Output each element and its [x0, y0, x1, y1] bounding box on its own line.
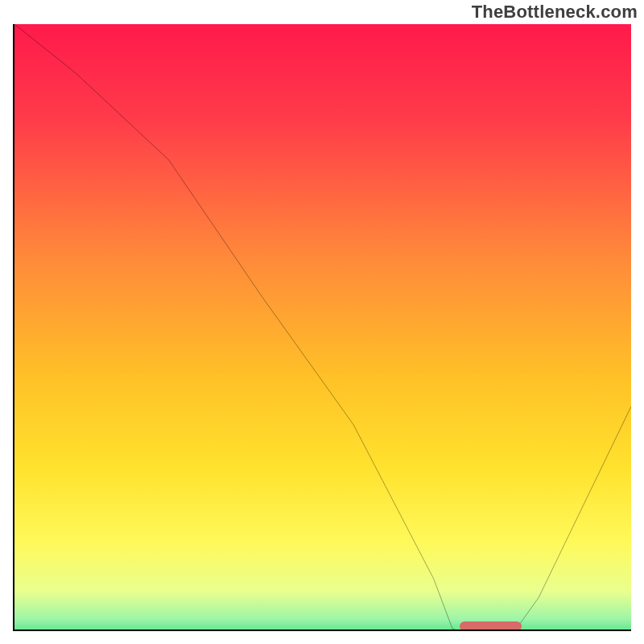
chart-container: TheBottleneck.com: [0, 0, 644, 644]
plot-area: [13, 24, 631, 631]
svg-rect-0: [14, 24, 631, 631]
background-gradient: [14, 24, 631, 631]
optimal-range-marker: [460, 621, 522, 631]
watermark-text: TheBottleneck.com: [472, 2, 638, 23]
